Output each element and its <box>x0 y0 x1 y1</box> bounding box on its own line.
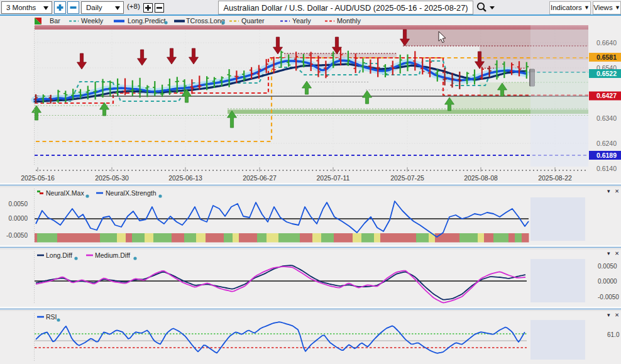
svg-text:0.6581: 0.6581 <box>596 53 617 61</box>
svg-text:0.6522: 0.6522 <box>596 70 617 77</box>
svg-text:✕: ✕ <box>615 312 619 318</box>
svg-text:NeuralX.Max: NeuralX.Max <box>46 189 84 197</box>
svg-text:Long.Diff: Long.Diff <box>46 251 72 259</box>
svg-text:2025-07-25: 2025-07-25 <box>390 174 424 182</box>
svg-text:0.6340: 0.6340 <box>596 114 617 122</box>
svg-text:0.0050: 0.0050 <box>598 263 617 270</box>
svg-text:▾: ▾ <box>607 250 610 256</box>
svg-text:RSI: RSI <box>46 313 57 321</box>
svg-text:0.6189: 0.6189 <box>596 152 617 159</box>
svg-text:0.6240: 0.6240 <box>596 140 617 147</box>
svg-text:▾: ▾ <box>607 188 610 194</box>
svg-text:0.0050: 0.0050 <box>8 201 28 207</box>
svg-text:▾: ▾ <box>607 312 610 318</box>
svg-text:0.6140: 0.6140 <box>596 165 617 172</box>
svg-text:2025-08-22: 2025-08-22 <box>538 174 572 182</box>
svg-text:0.0000: 0.0000 <box>8 215 28 222</box>
svg-text:2025-06-13: 2025-06-13 <box>168 174 202 182</box>
svg-text:2025-06-27: 2025-06-27 <box>243 174 277 182</box>
svg-text:2025-07-11: 2025-07-11 <box>317 174 350 182</box>
svg-text:0.6427: 0.6427 <box>596 92 617 99</box>
svg-text:0.6640: 0.6640 <box>596 39 617 47</box>
svg-text:✕: ✕ <box>615 250 619 256</box>
svg-text:61.0: 61.0 <box>607 331 620 338</box>
svg-text:Medium.Diff: Medium.Diff <box>95 251 130 259</box>
svg-text:-0.0050: -0.0050 <box>598 294 619 301</box>
svg-text:NeuralX.Strength: NeuralX.Strength <box>106 189 157 197</box>
svg-text:2025-05-16: 2025-05-16 <box>21 174 55 182</box>
svg-text:-0.0050: -0.0050 <box>6 232 28 239</box>
svg-text:2025-05-30: 2025-05-30 <box>95 174 129 182</box>
svg-text:0.0000: 0.0000 <box>598 278 617 285</box>
svg-text:✕: ✕ <box>615 188 619 194</box>
svg-text:2025-08-08: 2025-08-08 <box>464 174 498 182</box>
